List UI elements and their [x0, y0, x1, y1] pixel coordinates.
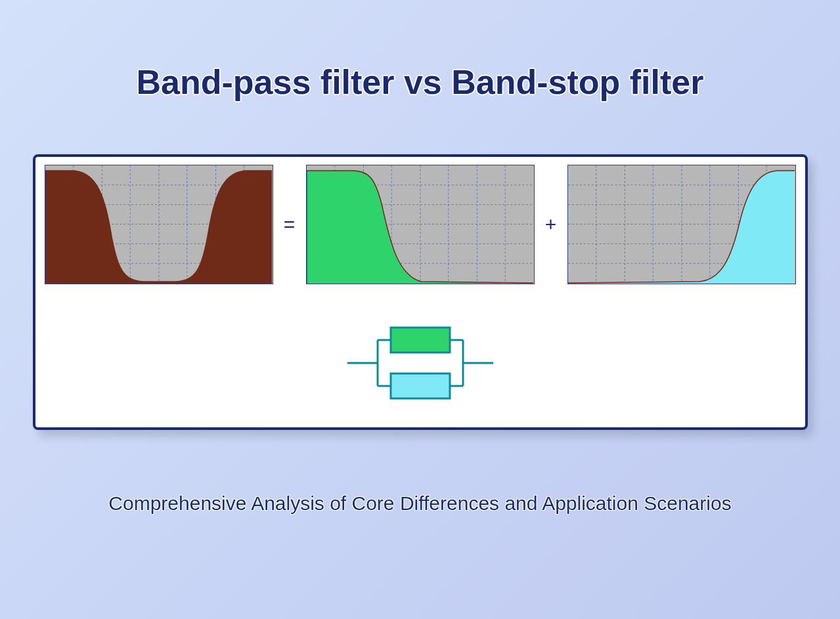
chart-bandstop — [45, 165, 273, 284]
page-title: Band-pass filter vs Band-stop filter — [0, 0, 840, 102]
parallel-filter-icon — [345, 317, 496, 409]
circuit-diagram — [345, 317, 496, 412]
equals-operator: = — [281, 213, 298, 236]
page-subtitle: Comprehensive Analysis of Core Differenc… — [0, 492, 840, 515]
curve-bandstop — [45, 165, 273, 284]
highpass-block-icon — [391, 374, 450, 398]
lowpass-block-icon — [391, 328, 450, 352]
diagram-panel: = + — [33, 154, 808, 430]
charts-row: = + — [35, 157, 805, 284]
chart-highpass — [567, 165, 796, 284]
plus-operator: + — [542, 213, 560, 236]
curve-highpass — [568, 165, 795, 284]
chart-lowpass — [306, 165, 535, 284]
curve-lowpass — [307, 165, 534, 284]
